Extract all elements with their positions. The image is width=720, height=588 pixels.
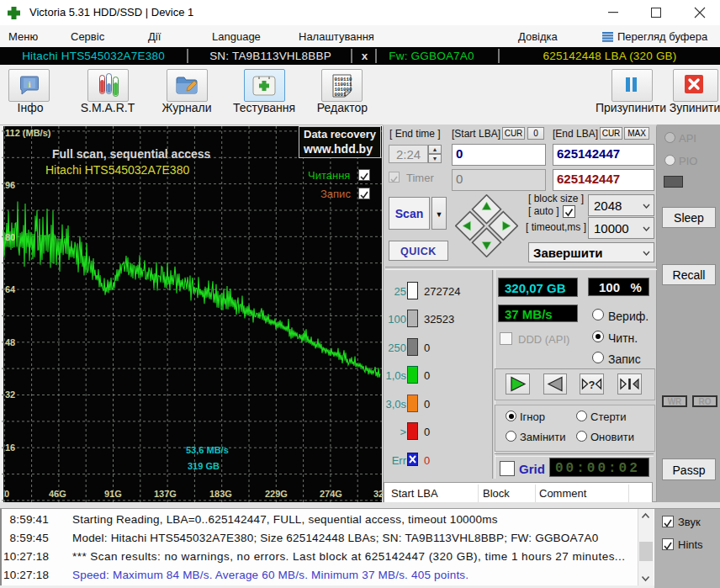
svg-text:0001: 0001 (335, 92, 347, 98)
svg-text:?: ? (589, 379, 596, 391)
svg-text:i: i (28, 79, 30, 89)
